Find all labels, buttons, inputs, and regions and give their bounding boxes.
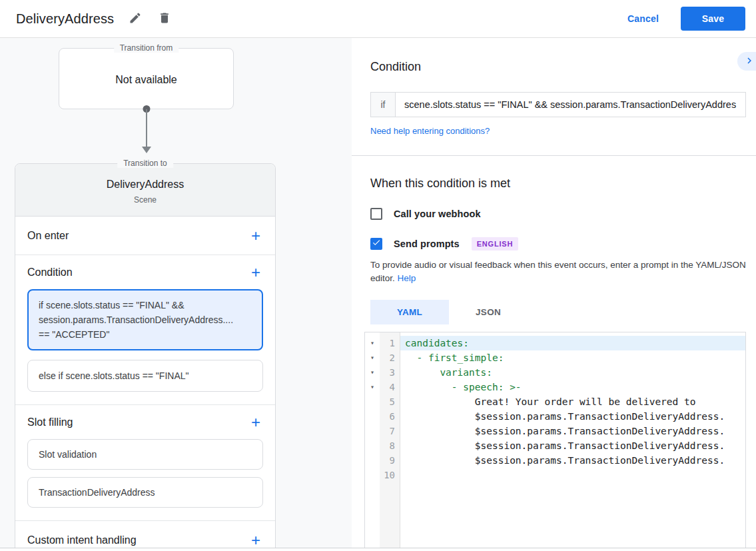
line-number: 5 [380, 394, 395, 409]
code-line: $session.params.TransactionDeliveryAddre… [400, 424, 745, 438]
slot-cards: Slot validation TransactionDeliveryAddre… [15, 439, 275, 520]
condition-detail-panel: Condition if Need help entering conditio… [352, 38, 756, 548]
line-number-gutter: 1 2 3 4 5 6 7 8 9 10 [380, 332, 400, 548]
scene-card-header[interactable]: DeliveryAddress Scene [15, 164, 275, 217]
code-line: $session.params.TransactionDeliveryAddre… [400, 438, 745, 453]
tab-json[interactable]: JSON [449, 300, 528, 324]
slot-validation-card[interactable]: Slot validation [27, 439, 263, 470]
delete-scene-button[interactable] [157, 11, 173, 27]
call-webhook-checkbox[interactable] [370, 208, 382, 220]
condition-card-line: session.params.TransactionDeliveryAddres… [39, 312, 252, 327]
code-line: - first_simple: [400, 350, 745, 365]
yaml-editor[interactable]: ▾ ▾ ▾ ▾ 1 2 3 4 5 6 7 8 9 10 [364, 332, 746, 548]
custom-intent-label: Custom intent handling [27, 534, 137, 546]
send-prompts-checkbox[interactable] [370, 238, 382, 250]
condition-head: Condition + [15, 255, 275, 289]
code-line: candidates: [400, 336, 745, 350]
when-met-title: When this condition is met [370, 177, 756, 191]
top-bar-left: DeliveryAddress [16, 11, 173, 27]
transition-to-legend: Transition to [117, 159, 173, 168]
code-line [400, 468, 745, 482]
slot-card[interactable]: TransactionDeliveryAddress [27, 477, 263, 508]
fold-gutter: ▾ ▾ ▾ ▾ [365, 332, 380, 548]
transition-from-box[interactable]: Transition from Not available [59, 48, 234, 109]
edit-scene-button[interactable] [127, 11, 143, 27]
save-button[interactable]: Save [681, 7, 745, 31]
code-line: $session.params.TransactionDeliveryAddre… [400, 409, 745, 424]
pencil-icon [129, 11, 142, 27]
collapse-panel-button[interactable] [737, 52, 756, 71]
scene-editor-app: DeliveryAddress Cancel Save Transition f… [0, 0, 756, 548]
line-number: 9 [380, 453, 395, 468]
fold-arrow-icon[interactable]: ▾ [365, 336, 380, 350]
code-line: Great! Your order will be delivered to [400, 394, 745, 409]
transition-to-box: Transition to DeliveryAddress Scene On e… [15, 163, 276, 548]
condition-card-line: == "ACCEPTED" [39, 327, 252, 342]
condition-expression-input[interactable] [396, 92, 746, 117]
top-bar-right: Cancel Save [627, 7, 745, 31]
line-number: 2 [380, 350, 395, 365]
on-enter-label: On enter [27, 230, 69, 242]
condition-cards: if scene.slots.status == "FINAL" && sess… [15, 289, 275, 404]
fold-arrow-icon[interactable]: ▾ [365, 380, 380, 394]
transition-from-value: Not available [59, 74, 233, 86]
send-prompts-label: Send prompts [394, 239, 460, 249]
condition-panel-title: Condition [370, 60, 756, 74]
chevron-right-icon [743, 55, 755, 69]
fold-arrow-icon[interactable]: ▾ [365, 365, 380, 380]
language-badge: ENGLISH [472, 237, 519, 251]
if-label: if [370, 92, 396, 117]
code-area[interactable]: candidates: - first_simple: variants: - … [400, 332, 745, 548]
line-number: 8 [380, 438, 395, 453]
trash-icon [158, 11, 171, 27]
slot-filling-head: Slot filling + [15, 405, 275, 439]
on-enter-section: On enter + [15, 217, 275, 255]
prompts-description: To provide audio or visual feedback when… [370, 259, 754, 285]
code-line: $session.params.TransactionDeliveryAddre… [400, 453, 745, 468]
condition-card-selected[interactable]: if scene.slots.status == "FINAL" && sess… [27, 289, 263, 350]
custom-intent-head: Custom intent handling + [15, 521, 275, 548]
call-webhook-label: Call your webhook [394, 209, 481, 219]
tab-yaml[interactable]: YAML [370, 300, 449, 324]
check-icon [372, 238, 381, 250]
main-area: Transition from Not available Transition… [0, 38, 756, 548]
section-divider [352, 155, 756, 156]
condition-card-line: if scene.slots.status == "FINAL" && [39, 298, 252, 312]
slot-filling-section: Slot filling + Slot validation Transacti… [15, 405, 275, 521]
line-number: 10 [380, 468, 395, 482]
editor-tabs: YAML JSON [370, 300, 756, 324]
transition-arrow [59, 109, 234, 157]
webhook-row: Call your webhook [370, 208, 756, 220]
line-number: 6 [380, 409, 395, 424]
condition-card-line: else if scene.slots.status == "FINAL" [39, 368, 252, 383]
line-number: 3 [380, 365, 395, 380]
code-line: variants: [400, 365, 745, 380]
cancel-button[interactable]: Cancel [627, 13, 659, 24]
arrow-head-icon [142, 147, 151, 153]
line-number: 1 [380, 336, 395, 350]
condition-expression-row: if [370, 92, 746, 117]
on-enter-head: On enter + [15, 217, 275, 255]
prompts-description-text: To provide audio or visual feedback when… [370, 260, 746, 283]
add-on-enter-button[interactable]: + [251, 229, 260, 243]
condition-card[interactable]: else if scene.slots.status == "FINAL" [27, 360, 263, 392]
condition-section: Condition + if scene.slots.status == "FI… [15, 255, 275, 405]
line-number: 7 [380, 424, 395, 438]
transition-from-legend: Transition from [114, 43, 179, 53]
send-prompts-row: Send prompts ENGLISH [370, 237, 756, 251]
add-slot-button[interactable]: + [251, 416, 260, 429]
add-condition-button[interactable]: + [251, 266, 260, 279]
custom-intent-section: Custom intent handling + [15, 521, 275, 548]
scene-diagram-panel: Transition from Not available Transition… [0, 38, 352, 548]
scene-name: DeliveryAddress [15, 179, 275, 191]
page-title: DeliveryAddress [16, 11, 114, 27]
top-bar: DeliveryAddress Cancel Save [0, 0, 756, 38]
scene-type-label: Scene [15, 195, 275, 205]
arrow-line [146, 109, 147, 147]
prompts-help-link[interactable]: Help [398, 273, 416, 283]
fold-arrow-icon[interactable]: ▾ [365, 350, 380, 365]
condition-help-link[interactable]: Need help entering conditions? [370, 126, 490, 136]
code-line: - speech: >- [400, 380, 745, 394]
add-custom-intent-button[interactable]: + [251, 534, 260, 547]
slot-filling-label: Slot filling [27, 416, 73, 428]
